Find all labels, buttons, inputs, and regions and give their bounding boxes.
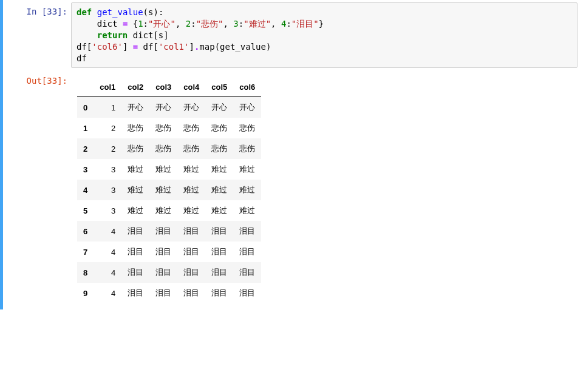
cell: 悲伤 [149, 138, 177, 159]
cell: 难过 [205, 200, 233, 221]
input-prompt: In [33]: [3, 2, 71, 17]
cell: 开心 [121, 97, 149, 118]
cell: 难过 [121, 180, 149, 200]
code-input-area[interactable]: def get_value(s): dict = {1:"开心", 2:"悲伤"… [71, 2, 577, 68]
table-row: 53难过难过难过难过难过 [77, 200, 261, 221]
cell: 3 [94, 159, 121, 180]
c3: , [271, 19, 281, 29]
cell: 泪目 [121, 221, 149, 242]
cell: 悲伤 [233, 118, 261, 138]
dataframe-table: col1col2col3col4col5col6 01开心开心开心开心开心12悲… [77, 78, 261, 303]
row-index: 0 [77, 97, 94, 118]
cell: 2 [94, 118, 121, 138]
l4b: ] [123, 42, 133, 52]
colon1: : [143, 19, 148, 29]
cell: 泪目 [205, 242, 233, 262]
l4e: (get_value) [215, 42, 271, 52]
cell: 泪目 [205, 221, 233, 242]
cell: 2 [94, 138, 121, 159]
row-index: 1 [77, 118, 94, 138]
row-index: 7 [77, 242, 94, 262]
colon3: : [239, 19, 244, 29]
cell: 泪目 [121, 283, 149, 303]
input-row: In [33]: def get_value(s): dict = {1:"开心… [3, 2, 586, 68]
c1: , [175, 19, 186, 29]
cell: 悲伤 [149, 118, 177, 138]
kw-def: def [77, 7, 92, 17]
cell: 开心 [205, 97, 233, 118]
cell: 悲伤 [205, 118, 233, 138]
cell: 难过 [149, 200, 177, 221]
table-row: 01开心开心开心开心开心 [77, 97, 261, 118]
dict-open: { [128, 19, 138, 29]
cell: 难过 [121, 200, 149, 221]
cell: 泪目 [177, 262, 205, 283]
cell: 悲伤 [205, 138, 233, 159]
colon4: : [286, 19, 291, 29]
output-area: col1col2col3col4col5col6 01开心开心开心开心开心12悲… [71, 72, 586, 303]
cell: 悲伤 [233, 138, 261, 159]
l4d: ] [189, 42, 194, 52]
cell: 悲伤 [121, 118, 149, 138]
cell: 悲伤 [121, 138, 149, 159]
cell: 泪目 [121, 262, 149, 283]
n1: 1 [138, 19, 143, 29]
kw-return: return [97, 30, 128, 40]
cell: 难过 [205, 180, 233, 200]
cell: 泪目 [233, 242, 261, 262]
table-row: 43难过难过难过难过难过 [77, 180, 261, 200]
output-row: Out[33]: col1col2col3col4col5col6 01开心开心… [3, 72, 586, 303]
s2: "悲伤" [196, 19, 223, 29]
row-index: 4 [77, 180, 94, 200]
l4map: map [199, 42, 214, 52]
header-row: col1col2col3col4col5col6 [77, 78, 261, 97]
column-header: col4 [177, 78, 205, 97]
l4s2: 'col1' [158, 42, 189, 52]
row-index: 9 [77, 283, 94, 303]
l4c: df[ [138, 42, 158, 52]
cell: 难过 [177, 200, 205, 221]
cell: 难过 [121, 159, 149, 180]
cell: 泪目 [205, 283, 233, 303]
cell: 难过 [233, 200, 261, 221]
cell: 泪目 [177, 242, 205, 262]
cell: 4 [94, 262, 121, 283]
cell: 1 [94, 97, 121, 118]
cell: 泪目 [233, 262, 261, 283]
cell: 泪目 [233, 283, 261, 303]
row-index: 3 [77, 159, 94, 180]
cell: 难过 [205, 159, 233, 180]
fn-name: get_value [97, 7, 143, 17]
cell: 泪目 [149, 221, 177, 242]
table-row: 33难过难过难过难过难过 [77, 159, 261, 180]
cell: 悲伤 [177, 118, 205, 138]
row-index: 8 [77, 262, 94, 283]
column-header: col2 [121, 78, 149, 97]
table-row: 22悲伤悲伤悲伤悲伤悲伤 [77, 138, 261, 159]
indent2 [77, 30, 97, 40]
l5: df [77, 53, 87, 63]
cell: 悲伤 [177, 138, 205, 159]
l4s1: 'col6' [92, 42, 123, 52]
indent [77, 19, 97, 29]
output-prompt: Out[33]: [3, 72, 71, 86]
table-head: col1col2col3col4col5col6 [77, 78, 261, 97]
c2: , [223, 19, 234, 29]
cell: 开心 [233, 97, 261, 118]
cell: 4 [94, 242, 121, 262]
cell: 难过 [233, 159, 261, 180]
cell: 泪目 [205, 262, 233, 283]
table-body: 01开心开心开心开心开心12悲伤悲伤悲伤悲伤悲伤22悲伤悲伤悲伤悲伤悲伤33难过… [77, 97, 261, 304]
table-row: 64泪目泪目泪目泪目泪目 [77, 221, 261, 242]
cell: 泪目 [177, 221, 205, 242]
code-block: def get_value(s): dict = {1:"开心", 2:"悲伤"… [77, 7, 572, 64]
return-expr: dict[s] [128, 30, 168, 40]
cell: 泪目 [149, 283, 177, 303]
table-row: 94泪目泪目泪目泪目泪目 [77, 283, 261, 303]
paren-open: ( [143, 7, 148, 17]
dict-var: dict [97, 19, 123, 29]
cell: 泪目 [149, 262, 177, 283]
cell: 开心 [149, 97, 177, 118]
cell: 难过 [233, 180, 261, 200]
dict-close: } [319, 19, 324, 29]
